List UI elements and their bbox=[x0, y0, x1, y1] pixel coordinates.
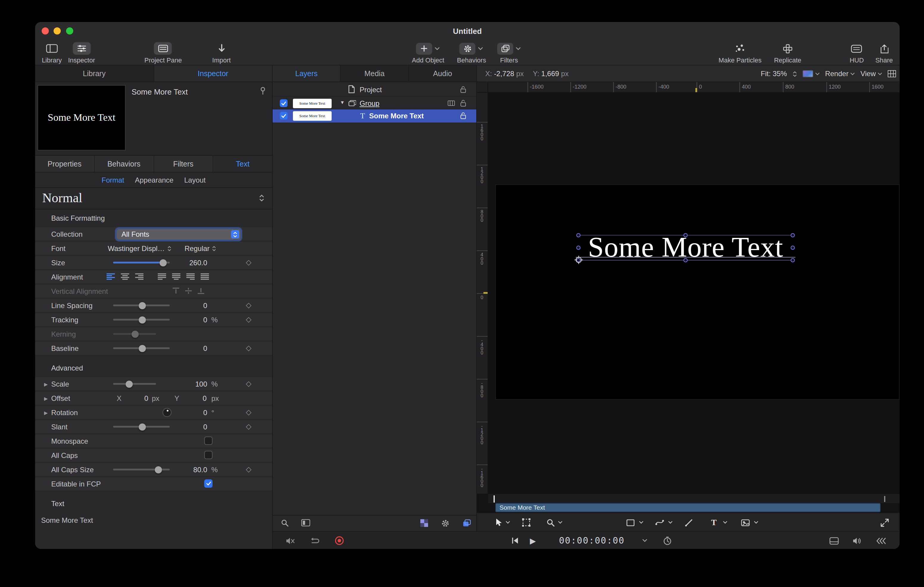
collection-popup[interactable]: All Fonts bbox=[117, 229, 241, 240]
subtab-appearance[interactable]: Appearance bbox=[135, 176, 173, 184]
view-popup[interactable]: View bbox=[860, 69, 882, 78]
anchor-point[interactable] bbox=[574, 256, 583, 264]
rotation-keyframe-button[interactable]: ◇ bbox=[246, 408, 251, 417]
audio-icon[interactable] bbox=[853, 532, 862, 549]
rotation-value[interactable]: 0 bbox=[165, 409, 207, 417]
channel-swatch-popup[interactable] bbox=[802, 70, 820, 77]
timeline-layer-bar[interactable]: Some More Text bbox=[495, 503, 881, 512]
minimize-button[interactable] bbox=[54, 27, 61, 35]
valign-bottom-icon[interactable] bbox=[197, 287, 205, 294]
library-button[interactable]: Library bbox=[42, 42, 62, 64]
bezier-tool[interactable] bbox=[655, 513, 664, 532]
share-button[interactable]: Share bbox=[876, 42, 893, 64]
slant-slider[interactable] bbox=[113, 426, 170, 428]
offset-x-value[interactable]: 0 bbox=[124, 394, 148, 403]
justify-right-icon[interactable] bbox=[186, 273, 195, 280]
tab-filters[interactable]: Filters bbox=[154, 156, 213, 172]
chevron-down-icon[interactable] bbox=[505, 513, 510, 532]
gear-icon[interactable] bbox=[441, 519, 449, 528]
play-button[interactable]: ▶ bbox=[530, 532, 536, 549]
baseline-keyframe-button[interactable]: ◇ bbox=[246, 344, 251, 353]
timecode-display[interactable]: 00:00:00:00 bbox=[556, 535, 627, 546]
behaviors-button[interactable]: Behaviors bbox=[457, 42, 486, 64]
baseline-value[interactable]: 0 bbox=[165, 344, 207, 353]
text-layer-visibility-checkbox[interactable] bbox=[280, 112, 287, 120]
lock-icon[interactable] bbox=[460, 112, 466, 120]
chevron-down-icon[interactable] bbox=[639, 513, 644, 532]
text-selection-box[interactable]: Some More Text bbox=[579, 235, 792, 260]
layers-stack-icon[interactable] bbox=[463, 519, 471, 527]
all-caps-size-slider[interactable] bbox=[113, 469, 170, 470]
chevron-down-icon[interactable] bbox=[754, 513, 759, 532]
import-button[interactable]: Import bbox=[212, 42, 231, 64]
canvas[interactable]: Some More Text bbox=[495, 184, 899, 400]
scale-slider[interactable] bbox=[113, 383, 156, 385]
expand-timeline-icon[interactable] bbox=[881, 513, 889, 532]
checkerboard-icon[interactable] bbox=[420, 519, 428, 527]
selection-handle[interactable] bbox=[683, 258, 688, 262]
group-row-label[interactable]: Group bbox=[360, 99, 380, 108]
selection-handle[interactable] bbox=[683, 233, 688, 237]
editable-in-fcp-checkbox[interactable] bbox=[204, 479, 213, 488]
align-left-icon[interactable] bbox=[106, 273, 116, 280]
replicate-button[interactable]: Replicate bbox=[774, 42, 801, 64]
line-spacing-value[interactable]: 0 bbox=[165, 301, 207, 310]
zoom-button[interactable] bbox=[66, 27, 73, 35]
kerning-slider[interactable] bbox=[113, 333, 156, 335]
scale-keyframe-button[interactable]: ◇ bbox=[246, 380, 251, 388]
disclosure-right-icon[interactable]: ▶ bbox=[44, 396, 48, 401]
align-center-icon[interactable] bbox=[120, 273, 130, 280]
selection-handle[interactable] bbox=[576, 233, 581, 237]
tab-layers[interactable]: Layers bbox=[273, 66, 341, 82]
select-tool[interactable] bbox=[495, 513, 503, 532]
line-spacing-slider[interactable] bbox=[113, 304, 170, 306]
project-pane-button[interactable]: Project Pane bbox=[144, 42, 182, 64]
selection-handle[interactable] bbox=[790, 258, 795, 262]
layer-row-group[interactable]: Some More Text ▼ Group bbox=[273, 97, 476, 109]
chevron-down-icon[interactable] bbox=[723, 513, 728, 532]
mute-icon[interactable] bbox=[286, 532, 295, 549]
text-tool[interactable]: T bbox=[711, 513, 717, 532]
zoom-tool[interactable] bbox=[546, 513, 555, 532]
valign-middle-icon[interactable] bbox=[185, 287, 192, 294]
font-family-popup[interactable]: Wastinger Displ… bbox=[108, 245, 171, 253]
slant-value[interactable]: 0 bbox=[165, 423, 207, 431]
inspector-button[interactable]: Inspector bbox=[68, 42, 95, 64]
tab-inspector[interactable]: Inspector bbox=[154, 66, 272, 82]
hud-button[interactable]: HUD bbox=[850, 42, 864, 64]
all-caps-checkbox[interactable] bbox=[204, 451, 213, 459]
zoom-fit-popup[interactable]: Fit: 35% bbox=[761, 69, 787, 78]
justify-full-icon[interactable] bbox=[200, 273, 210, 280]
selection-handle[interactable] bbox=[576, 246, 581, 250]
layer-row-text-selected[interactable]: Some More Text T Some More Text bbox=[273, 109, 476, 123]
baseline-slider[interactable] bbox=[113, 347, 170, 349]
paint-stroke-tool[interactable] bbox=[685, 513, 693, 532]
grid-icon[interactable] bbox=[888, 70, 896, 77]
all-caps-size-keyframe-button[interactable]: ◇ bbox=[246, 465, 251, 474]
go-to-start-button[interactable] bbox=[511, 532, 519, 549]
layer-row-project[interactable]: Project bbox=[273, 82, 476, 97]
tab-library[interactable]: Library bbox=[35, 66, 154, 82]
disclosure-right-icon[interactable]: ▶ bbox=[44, 382, 48, 387]
playhead[interactable] bbox=[493, 495, 495, 503]
selection-handle[interactable] bbox=[790, 246, 795, 250]
render-popup[interactable]: Render bbox=[825, 69, 855, 78]
text-layer-label[interactable]: Some More Text bbox=[369, 112, 424, 120]
horizontal-ruler[interactable]: -1600 -1200 -800 -400 0 400 800 1200 160… bbox=[488, 82, 899, 93]
pasteboard[interactable]: Some More Text bbox=[488, 93, 899, 493]
justify-left-icon[interactable] bbox=[157, 273, 167, 280]
tab-text[interactable]: Text bbox=[213, 156, 272, 172]
mini-timeline[interactable] bbox=[488, 493, 899, 503]
shape-tool[interactable] bbox=[626, 513, 635, 532]
tab-audio[interactable]: Audio bbox=[409, 66, 476, 82]
chevron-down-icon[interactable] bbox=[558, 513, 563, 532]
tracking-keyframe-button[interactable]: ◇ bbox=[246, 315, 251, 324]
make-particles-button[interactable]: Make Particles bbox=[719, 42, 761, 64]
line-spacing-keyframe-button[interactable]: ◇ bbox=[246, 301, 251, 310]
timeline-toggle-icon[interactable] bbox=[829, 532, 839, 549]
filter-view-icon[interactable] bbox=[301, 519, 310, 526]
lock-icon[interactable] bbox=[460, 99, 466, 107]
group-visibility-checkbox[interactable] bbox=[280, 99, 287, 107]
image-mask-tool[interactable] bbox=[741, 513, 750, 532]
vertical-ruler[interactable]: 1600 1200 800 400 0 -400 -800 -1200 -160… bbox=[477, 93, 488, 493]
